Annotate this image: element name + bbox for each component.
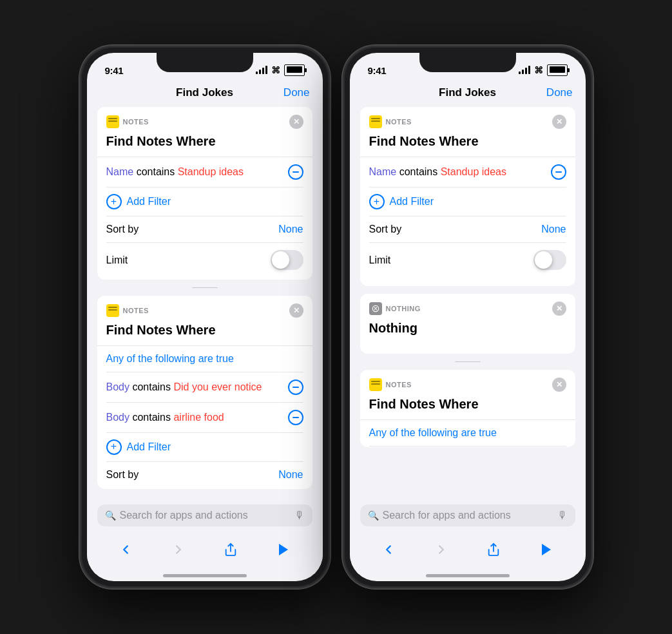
add-filter-row-1[interactable]: Add Filter xyxy=(106,187,303,216)
card-notes-3: NOTES ✕ Find Notes Where Name contains S… xyxy=(360,107,575,286)
card-body-notes-3: Find Notes Where Name contains Standup i… xyxy=(360,134,575,286)
add-filter-label-2[interactable]: Add Filter xyxy=(127,441,171,453)
search-icon-right: 🔍 xyxy=(368,510,379,521)
toggle-knob-1 xyxy=(272,251,289,269)
add-filter-plus-2[interactable] xyxy=(106,439,122,455)
card-header-left-4: NOTES xyxy=(369,378,412,391)
card-body-nothing: Nothing xyxy=(360,321,575,354)
card-header-notes-2: NOTES ✕ xyxy=(97,296,312,323)
sort-value-1[interactable]: None xyxy=(278,224,303,235)
card-notes-4: NOTES ✕ Find Notes Where Any of the foll… xyxy=(360,370,575,447)
back-button-left[interactable] xyxy=(114,538,137,561)
filter-text-body-1: Body contains Did you ever notice xyxy=(106,381,262,393)
add-filter-plus-1[interactable] xyxy=(106,194,122,209)
any-filter-row-left[interactable]: Any of the following are true xyxy=(106,346,303,372)
sort-value-2[interactable]: None xyxy=(278,469,303,481)
battery-icon-left xyxy=(284,64,305,76)
app-name-nothing: NOTHING xyxy=(386,305,421,312)
filter-row-body-1[interactable]: Body contains Did you ever notice xyxy=(106,372,303,403)
nav-bar-left: Find Jokes Done xyxy=(87,81,323,107)
card-nothing: NOTHING ✕ Nothing xyxy=(360,294,575,354)
app-name-notes-4: NOTES xyxy=(386,381,412,389)
scroll-content-right[interactable]: NOTES ✕ Find Notes Where Name contains S… xyxy=(350,107,586,499)
play-button-right[interactable] xyxy=(535,538,558,561)
search-bar-container-right: 🔍 Search for apps and actions 🎙 xyxy=(350,499,586,532)
nothing-app-icon xyxy=(369,302,382,315)
signal-icon-left xyxy=(256,66,267,74)
play-button-left[interactable] xyxy=(272,538,295,561)
card-notes-1: NOTES ✕ Find Notes Where Name contains S… xyxy=(97,107,312,280)
scroll-content-left[interactable]: NOTES ✕ Find Notes Where Name contains S… xyxy=(87,107,323,499)
search-icon-left: 🔍 xyxy=(105,510,116,521)
signal-icon-right xyxy=(519,66,530,74)
sort-row-3[interactable]: Sort by None xyxy=(369,216,566,242)
filter-text-body-2: Body contains airline food xyxy=(106,412,224,423)
share-button-right[interactable] xyxy=(482,538,505,561)
mic-icon-left[interactable]: 🎙 xyxy=(294,510,305,521)
search-placeholder-left[interactable]: Search for apps and actions xyxy=(120,510,291,521)
card-header-notes-3: NOTES ✕ xyxy=(360,107,575,134)
search-bar-right[interactable]: 🔍 Search for apps and actions 🎙 xyxy=(360,504,575,526)
phone-screen-right: 9:41 ⌘ Find Jokes Done xyxy=(350,53,586,581)
sort-row-2[interactable]: Sort by None xyxy=(106,461,303,488)
any-filter-text-right: Any of the following are true xyxy=(369,427,497,438)
mic-icon-right[interactable]: 🎙 xyxy=(557,510,568,521)
filter-row-name-3[interactable]: Name contains Standup ideas xyxy=(369,157,566,187)
filter-row-name-1[interactable]: Name contains Standup ideas xyxy=(106,157,303,187)
close-button-nothing[interactable]: ✕ xyxy=(552,302,566,316)
status-time-left: 9:41 xyxy=(105,65,124,76)
notes-app-icon-2 xyxy=(106,304,119,317)
sort-value-3[interactable]: None xyxy=(541,224,566,235)
card-title-notes-2: Find Notes Where xyxy=(106,323,303,338)
search-placeholder-right[interactable]: Search for apps and actions xyxy=(383,510,553,521)
filter-row-body-2[interactable]: Body contains airline food xyxy=(106,403,303,433)
forward-button-left[interactable] xyxy=(167,538,190,561)
card-body-notes-4: Find Notes Where Any of the following ar… xyxy=(360,397,575,447)
any-filter-row-right[interactable]: Any of the following are true xyxy=(369,420,566,447)
add-filter-row-2[interactable]: Add Filter xyxy=(106,433,303,461)
card-header-notes-4: NOTES ✕ xyxy=(360,370,575,397)
done-button-left[interactable]: Done xyxy=(283,86,310,99)
remove-filter-body-2[interactable] xyxy=(288,410,303,425)
close-button-2[interactable]: ✕ xyxy=(289,303,303,318)
done-button-right[interactable]: Done xyxy=(546,86,573,99)
bottom-toolbar-left xyxy=(87,532,323,574)
add-filter-label-3[interactable]: Add Filter xyxy=(390,196,434,207)
forward-button-right[interactable] xyxy=(430,538,453,561)
add-filter-row-3[interactable]: Add Filter xyxy=(369,187,566,216)
phone-screen-left: 9:41 ⌘ Find Jokes Done xyxy=(87,53,323,581)
app-name-notes-3: NOTES xyxy=(386,118,412,126)
notes-app-icon-3 xyxy=(369,115,382,128)
remove-filter-1[interactable] xyxy=(288,164,303,180)
share-button-left[interactable] xyxy=(219,538,242,561)
phone-right: 9:41 ⌘ Find Jokes Done xyxy=(342,45,593,589)
nav-bar-right: Find Jokes Done xyxy=(350,81,586,107)
card-header-nothing: NOTHING ✕ xyxy=(360,294,575,321)
battery-icon-right xyxy=(547,64,568,76)
add-filter-plus-3[interactable] xyxy=(369,194,385,209)
close-button-4[interactable]: ✕ xyxy=(552,378,566,392)
remove-filter-body-1[interactable] xyxy=(288,379,303,395)
card-notes-2: NOTES ✕ Find Notes Where Any of the foll… xyxy=(97,296,312,489)
wifi-icon-right: ⌘ xyxy=(534,65,543,75)
limit-row-1: Limit xyxy=(106,242,303,277)
card-header-left-1: NOTES xyxy=(106,115,149,128)
add-filter-label-1[interactable]: Add Filter xyxy=(127,196,171,207)
close-button-3[interactable]: ✕ xyxy=(552,115,566,129)
remove-filter-3[interactable] xyxy=(551,164,566,180)
back-button-right[interactable] xyxy=(377,538,400,561)
filter-row-body-3[interactable]: Body contains Did you ever notice xyxy=(369,447,566,447)
notes-app-icon-1 xyxy=(106,115,119,128)
sort-row-1[interactable]: Sort by None xyxy=(106,216,303,242)
card-header-left-3: NOTES xyxy=(369,115,412,128)
svg-marker-1 xyxy=(279,544,288,555)
scroll-divider-right xyxy=(455,361,481,362)
card-title-notes-3: Find Notes Where xyxy=(369,134,566,149)
filter-text-name-3: Name contains Standup ideas xyxy=(369,166,507,178)
limit-row-3: Limit xyxy=(369,242,566,277)
search-bar-left[interactable]: 🔍 Search for apps and actions 🎙 xyxy=(97,504,312,526)
close-button-1[interactable]: ✕ xyxy=(289,115,303,129)
limit-toggle-1[interactable] xyxy=(271,250,303,270)
any-filter-text-left: Any of the following are true xyxy=(106,353,234,364)
limit-toggle-3[interactable] xyxy=(533,250,566,270)
